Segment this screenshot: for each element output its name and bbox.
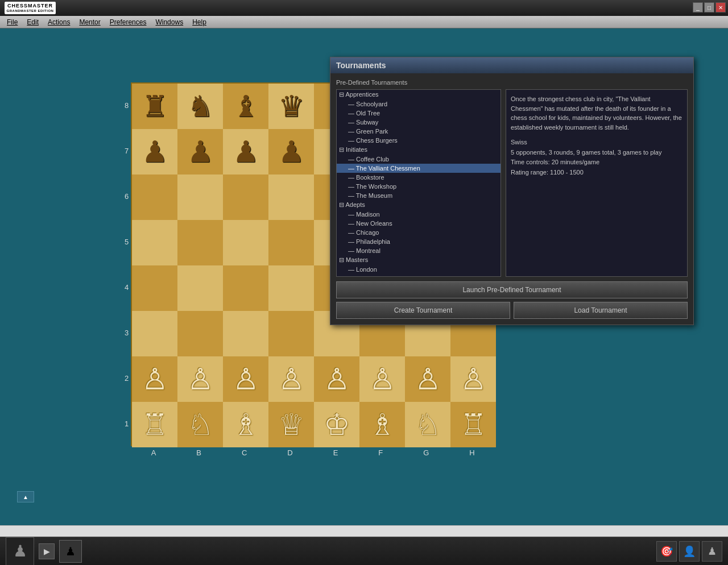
cell-e1[interactable]: ♔	[314, 402, 359, 447]
item-chicago[interactable]: — Chicago	[337, 228, 500, 237]
main-area: 8 7 6 5 4 3 2 1 ♜ ♞ ♝ ♛ ♟ ♟ ♟	[0, 28, 728, 537]
cell-d5[interactable]	[268, 220, 314, 265]
app-logo: CHESSMASTER GRANDMASTER EDITION	[5, 2, 56, 14]
item-green-park[interactable]: — Green Park	[337, 127, 500, 136]
file-labels: A B C D E F G H	[131, 446, 495, 459]
cell-d8[interactable]: ♛	[268, 84, 314, 129]
bottom-bar: ♟ ▶ ♟ 🎯 👤 ♟	[0, 537, 728, 565]
tournament-format: Swiss 5 opponents, 3 rounds, 9 games tot…	[511, 138, 682, 177]
item-madison[interactable]: — Madison	[337, 210, 500, 219]
cell-h2[interactable]: ♙	[450, 356, 496, 402]
menu-preferences[interactable]: Preferences	[105, 17, 151, 27]
rank-labels: 8 7 6 5 4 3 2 1	[122, 82, 131, 446]
bottom-icon-1[interactable]: ♟	[59, 540, 82, 563]
menu-bar: File Edit Actions Mentor Preferences Win…	[0, 16, 728, 28]
title-bar-controls[interactable]: _ □ ✕	[693, 2, 726, 13]
cell-a5[interactable]	[132, 220, 177, 265]
item-workshop[interactable]: — The Workshop	[337, 182, 500, 191]
cell-a4[interactable]	[132, 265, 177, 311]
cell-b1[interactable]: ♘	[177, 402, 223, 447]
tournament-description: Once the strongest chess club in city, "…	[511, 94, 682, 132]
cell-b8[interactable]: ♞	[177, 84, 223, 129]
cell-c1[interactable]: ♗	[223, 402, 268, 447]
cell-h1[interactable]: ♖	[450, 402, 496, 447]
cell-d1[interactable]: ♕	[268, 402, 314, 447]
cell-b3[interactable]	[177, 311, 223, 356]
scroll-up-button[interactable]: ▲	[17, 491, 34, 502]
item-subway[interactable]: — Subway	[337, 118, 500, 127]
create-tournament-button[interactable]: Create Tournament	[336, 302, 510, 319]
cell-e2[interactable]: ♙	[314, 356, 359, 402]
menu-actions[interactable]: Actions	[43, 17, 75, 27]
tournament-tree[interactable]: ⊟ Apprentices — Schoolyard — Old Tree — …	[336, 89, 501, 277]
launch-predefined-button[interactable]: Launch Pre-Defined Tournament	[336, 281, 688, 298]
cell-a7[interactable]: ♟	[132, 129, 177, 175]
load-tournament-button[interactable]: Load Tournament	[514, 302, 688, 319]
group-adepts[interactable]: ⊟ Adepts	[337, 200, 500, 210]
menu-help[interactable]: Help	[188, 17, 211, 27]
tournaments-dialog: Tournaments Pre-Defined Tournaments ⊟ Ap…	[330, 57, 694, 325]
item-montreal[interactable]: — Montreal	[337, 246, 500, 255]
dialog-btn-row: Create Tournament Load Tournament	[336, 302, 688, 319]
item-london[interactable]: — London	[337, 265, 500, 274]
cell-a2[interactable]: ♙	[132, 356, 177, 402]
cell-g2[interactable]: ♙	[405, 356, 450, 402]
cell-d7[interactable]: ♟	[268, 129, 314, 175]
close-button[interactable]: ✕	[715, 2, 726, 13]
item-philadelphia[interactable]: — Philadelphia	[337, 237, 500, 246]
br-icon-3[interactable]: ♟	[702, 541, 722, 562]
menu-windows[interactable]: Windows	[151, 17, 188, 27]
cell-d3[interactable]	[268, 311, 314, 356]
cell-b7[interactable]: ♟	[177, 129, 223, 175]
cell-f2[interactable]: ♙	[359, 356, 405, 402]
cell-b5[interactable]	[177, 220, 223, 265]
cell-d6[interactable]	[268, 175, 314, 220]
cell-b6[interactable]	[177, 175, 223, 220]
launch-btn-row: Launch Pre-Defined Tournament	[336, 281, 688, 298]
title-bar: CHESSMASTER GRANDMASTER EDITION _ □ ✕	[0, 0, 728, 16]
item-new-orleans[interactable]: — New Orleans	[337, 219, 500, 228]
cell-c4[interactable]	[223, 265, 268, 311]
tournament-info: Once the strongest chess club in city, "…	[506, 89, 688, 277]
dialog-title: Tournaments	[330, 57, 693, 73]
cell-a1[interactable]: ♖	[132, 402, 177, 447]
item-chess-burgers[interactable]: — Chess Burgers	[337, 136, 500, 145]
item-museum[interactable]: — The Museum	[337, 191, 500, 200]
cell-f1[interactable]: ♗	[359, 402, 405, 447]
cell-b4[interactable]	[177, 265, 223, 311]
logo-image: CHESSMASTER GRANDMASTER EDITION	[5, 2, 56, 14]
minimize-button[interactable]: _	[693, 2, 703, 13]
cell-c2[interactable]: ♙	[223, 356, 268, 402]
menu-file[interactable]: File	[2, 17, 22, 27]
cell-c5[interactable]	[223, 220, 268, 265]
cell-c6[interactable]	[223, 175, 268, 220]
menu-mentor[interactable]: Mentor	[75, 17, 105, 27]
piece-display: ♟	[6, 537, 34, 566]
cell-a3[interactable]	[132, 311, 177, 356]
br-icon-1[interactable]: 🎯	[656, 541, 677, 562]
item-old-tree[interactable]: — Old Tree	[337, 109, 500, 118]
cell-d4[interactable]	[268, 265, 314, 311]
cell-a6[interactable]	[132, 175, 177, 220]
cell-c8[interactable]: ♝	[223, 84, 268, 129]
item-bookstore[interactable]: — Bookstore	[337, 173, 500, 182]
group-apprentices[interactable]: ⊟ Apprentices	[337, 90, 500, 99]
pre-defined-label: Pre-Defined Tournaments	[336, 79, 688, 86]
menu-edit[interactable]: Edit	[22, 17, 43, 27]
br-icon-2[interactable]: 👤	[679, 541, 700, 562]
item-valliant-chessmen[interactable]: — The Valliant Chessmen	[337, 164, 500, 173]
cell-c7[interactable]: ♟	[223, 129, 268, 175]
status-bar	[0, 525, 728, 537]
group-initiates[interactable]: ⊟ Initiates	[337, 145, 500, 155]
play-button[interactable]: ▶	[39, 543, 55, 559]
cell-d2[interactable]: ♙	[268, 356, 314, 402]
cell-c3[interactable]	[223, 311, 268, 356]
cell-b2[interactable]: ♙	[177, 356, 223, 402]
cell-a8[interactable]: ♜	[132, 84, 177, 129]
cell-g1[interactable]: ♘	[405, 402, 450, 447]
item-schoolyard[interactable]: — Schoolyard	[337, 99, 500, 109]
group-masters[interactable]: ⊟ Masters	[337, 255, 500, 265]
item-baden-baden[interactable]: — Baden Baden	[337, 274, 500, 277]
maximize-button[interactable]: □	[704, 2, 714, 13]
item-coffee-club[interactable]: — Coffee Club	[337, 155, 500, 164]
